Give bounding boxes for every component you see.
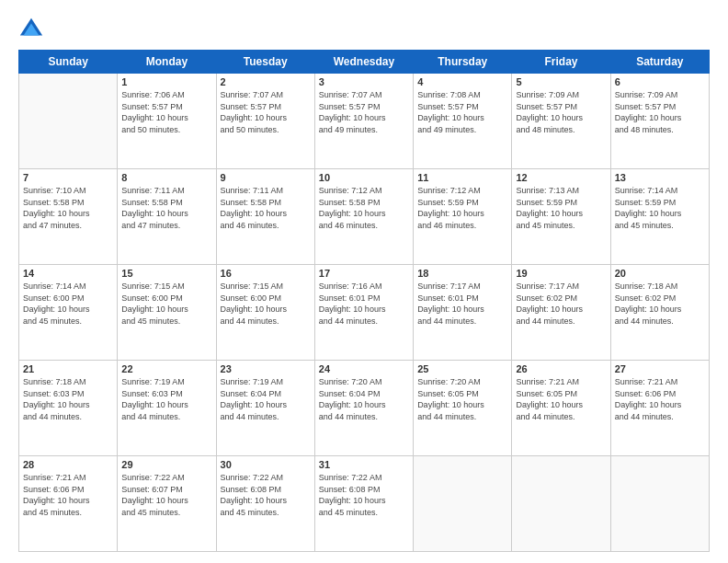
day-info: Sunrise: 7:16 AM Sunset: 6:01 PM Dayligh… xyxy=(319,281,409,327)
day-number: 20 xyxy=(615,268,705,279)
day-number: 23 xyxy=(221,363,311,374)
day-header-sunday: Sunday xyxy=(19,51,118,74)
day-header-thursday: Thursday xyxy=(414,51,512,74)
calendar-cell: 20Sunrise: 7:18 AM Sunset: 6:02 PM Dayli… xyxy=(610,265,709,361)
calendar-cell: 19Sunrise: 7:17 AM Sunset: 6:02 PM Dayli… xyxy=(512,265,610,361)
day-info: Sunrise: 7:15 AM Sunset: 6:00 PM Dayligh… xyxy=(221,281,311,327)
calendar-cell xyxy=(610,456,709,552)
calendar-cell: 3Sunrise: 7:07 AM Sunset: 5:57 PM Daylig… xyxy=(314,74,413,169)
logo xyxy=(18,17,48,42)
day-number: 22 xyxy=(121,363,211,374)
calendar-week-2: 7Sunrise: 7:10 AM Sunset: 5:58 PM Daylig… xyxy=(19,169,710,265)
calendar-cell: 17Sunrise: 7:16 AM Sunset: 6:01 PM Dayli… xyxy=(314,265,413,361)
day-info: Sunrise: 7:21 AM Sunset: 6:06 PM Dayligh… xyxy=(615,376,705,422)
day-number: 10 xyxy=(319,172,409,183)
calendar-cell: 7Sunrise: 7:10 AM Sunset: 5:58 PM Daylig… xyxy=(19,169,118,265)
day-number: 27 xyxy=(615,363,705,374)
day-number: 4 xyxy=(417,76,507,87)
calendar-cell: 30Sunrise: 7:22 AM Sunset: 6:08 PM Dayli… xyxy=(216,456,314,552)
day-info: Sunrise: 7:22 AM Sunset: 6:07 PM Dayligh… xyxy=(121,472,211,518)
calendar-cell: 27Sunrise: 7:21 AM Sunset: 6:06 PM Dayli… xyxy=(610,361,709,456)
day-number: 24 xyxy=(319,363,409,374)
logo-icon xyxy=(18,17,44,42)
day-info: Sunrise: 7:12 AM Sunset: 5:59 PM Dayligh… xyxy=(417,185,507,231)
day-number: 12 xyxy=(516,172,606,183)
day-info: Sunrise: 7:18 AM Sunset: 6:03 PM Dayligh… xyxy=(23,376,113,422)
day-number: 2 xyxy=(221,76,311,87)
calendar-cell: 6Sunrise: 7:09 AM Sunset: 5:57 PM Daylig… xyxy=(610,74,709,169)
day-number: 3 xyxy=(319,76,409,87)
calendar-cell: 9Sunrise: 7:11 AM Sunset: 5:58 PM Daylig… xyxy=(216,169,314,265)
day-info: Sunrise: 7:14 AM Sunset: 6:00 PM Dayligh… xyxy=(23,281,113,327)
calendar-cell: 10Sunrise: 7:12 AM Sunset: 5:58 PM Dayli… xyxy=(314,169,413,265)
calendar-cell xyxy=(512,456,610,552)
calendar-cell: 13Sunrise: 7:14 AM Sunset: 5:59 PM Dayli… xyxy=(610,169,709,265)
calendar-cell: 18Sunrise: 7:17 AM Sunset: 6:01 PM Dayli… xyxy=(414,265,512,361)
day-info: Sunrise: 7:12 AM Sunset: 5:58 PM Dayligh… xyxy=(319,185,409,231)
day-info: Sunrise: 7:09 AM Sunset: 5:57 PM Dayligh… xyxy=(516,89,606,135)
day-number: 29 xyxy=(121,459,211,470)
day-number: 21 xyxy=(23,363,113,374)
day-info: Sunrise: 7:06 AM Sunset: 5:57 PM Dayligh… xyxy=(121,89,211,135)
day-info: Sunrise: 7:22 AM Sunset: 6:08 PM Dayligh… xyxy=(221,472,311,518)
day-number: 15 xyxy=(121,268,211,279)
calendar-table: SundayMondayTuesdayWednesdayThursdayFrid… xyxy=(18,50,710,552)
day-number: 30 xyxy=(221,459,311,470)
calendar-cell: 15Sunrise: 7:15 AM Sunset: 6:00 PM Dayli… xyxy=(118,265,216,361)
calendar-cell xyxy=(414,456,512,552)
calendar-cell: 8Sunrise: 7:11 AM Sunset: 5:58 PM Daylig… xyxy=(118,169,216,265)
calendar-week-3: 14Sunrise: 7:14 AM Sunset: 6:00 PM Dayli… xyxy=(19,265,710,361)
calendar-cell xyxy=(19,74,118,169)
day-number: 5 xyxy=(516,76,606,87)
day-info: Sunrise: 7:19 AM Sunset: 6:04 PM Dayligh… xyxy=(221,376,311,422)
day-header-wednesday: Wednesday xyxy=(314,51,413,74)
day-info: Sunrise: 7:14 AM Sunset: 5:59 PM Dayligh… xyxy=(615,185,705,231)
day-info: Sunrise: 7:13 AM Sunset: 5:59 PM Dayligh… xyxy=(516,185,606,231)
day-number: 11 xyxy=(417,172,507,183)
day-header-saturday: Saturday xyxy=(610,51,709,74)
day-info: Sunrise: 7:17 AM Sunset: 6:01 PM Dayligh… xyxy=(417,281,507,327)
calendar-cell: 23Sunrise: 7:19 AM Sunset: 6:04 PM Dayli… xyxy=(216,361,314,456)
calendar-cell: 29Sunrise: 7:22 AM Sunset: 6:07 PM Dayli… xyxy=(118,456,216,552)
day-number: 9 xyxy=(221,172,311,183)
day-info: Sunrise: 7:10 AM Sunset: 5:58 PM Dayligh… xyxy=(23,185,113,231)
day-number: 16 xyxy=(221,268,311,279)
day-info: Sunrise: 7:11 AM Sunset: 5:58 PM Dayligh… xyxy=(121,185,211,231)
day-info: Sunrise: 7:18 AM Sunset: 6:02 PM Dayligh… xyxy=(615,281,705,327)
day-number: 28 xyxy=(23,459,113,470)
day-number: 17 xyxy=(319,268,409,279)
day-info: Sunrise: 7:21 AM Sunset: 6:06 PM Dayligh… xyxy=(23,472,113,518)
calendar-cell: 31Sunrise: 7:22 AM Sunset: 6:08 PM Dayli… xyxy=(314,456,413,552)
day-number: 26 xyxy=(516,363,606,374)
day-info: Sunrise: 7:07 AM Sunset: 5:57 PM Dayligh… xyxy=(221,89,311,135)
calendar-cell: 5Sunrise: 7:09 AM Sunset: 5:57 PM Daylig… xyxy=(512,74,610,169)
day-number: 7 xyxy=(23,172,113,183)
day-info: Sunrise: 7:15 AM Sunset: 6:00 PM Dayligh… xyxy=(121,281,211,327)
day-info: Sunrise: 7:20 AM Sunset: 6:05 PM Dayligh… xyxy=(417,376,507,422)
day-number: 6 xyxy=(615,76,705,87)
day-info: Sunrise: 7:09 AM Sunset: 5:57 PM Dayligh… xyxy=(615,89,705,135)
calendar-cell: 24Sunrise: 7:20 AM Sunset: 6:04 PM Dayli… xyxy=(314,361,413,456)
day-info: Sunrise: 7:08 AM Sunset: 5:57 PM Dayligh… xyxy=(417,89,507,135)
day-number: 18 xyxy=(417,268,507,279)
day-info: Sunrise: 7:22 AM Sunset: 6:08 PM Dayligh… xyxy=(319,472,409,518)
day-number: 19 xyxy=(516,268,606,279)
day-number: 14 xyxy=(23,268,113,279)
calendar-cell: 4Sunrise: 7:08 AM Sunset: 5:57 PM Daylig… xyxy=(414,74,512,169)
calendar-week-1: 1Sunrise: 7:06 AM Sunset: 5:57 PM Daylig… xyxy=(19,74,710,169)
day-number: 8 xyxy=(121,172,211,183)
day-info: Sunrise: 7:20 AM Sunset: 6:04 PM Dayligh… xyxy=(319,376,409,422)
calendar-cell: 22Sunrise: 7:19 AM Sunset: 6:03 PM Dayli… xyxy=(118,361,216,456)
calendar-cell: 28Sunrise: 7:21 AM Sunset: 6:06 PM Dayli… xyxy=(19,456,118,552)
calendar-cell: 1Sunrise: 7:06 AM Sunset: 5:57 PM Daylig… xyxy=(118,74,216,169)
page: SundayMondayTuesdayWednesdayThursdayFrid… xyxy=(0,0,728,563)
day-number: 31 xyxy=(319,459,409,470)
day-header-monday: Monday xyxy=(118,51,216,74)
day-info: Sunrise: 7:11 AM Sunset: 5:58 PM Dayligh… xyxy=(221,185,311,231)
calendar-cell: 21Sunrise: 7:18 AM Sunset: 6:03 PM Dayli… xyxy=(19,361,118,456)
day-info: Sunrise: 7:19 AM Sunset: 6:03 PM Dayligh… xyxy=(121,376,211,422)
calendar-cell: 12Sunrise: 7:13 AM Sunset: 5:59 PM Dayli… xyxy=(512,169,610,265)
day-number: 1 xyxy=(121,76,211,87)
calendar-cell: 2Sunrise: 7:07 AM Sunset: 5:57 PM Daylig… xyxy=(216,74,314,169)
calendar-week-4: 21Sunrise: 7:18 AM Sunset: 6:03 PM Dayli… xyxy=(19,361,710,456)
